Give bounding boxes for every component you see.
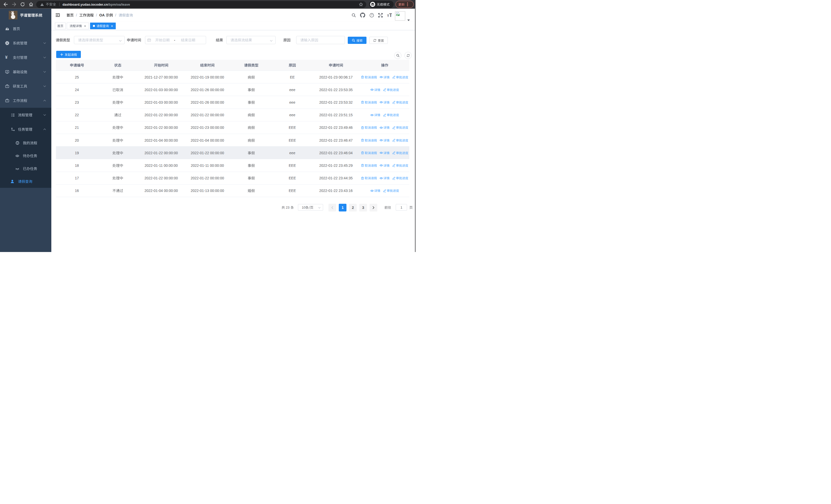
svg-text:?: ? [371,13,373,17]
svg-text:T: T [389,13,392,18]
